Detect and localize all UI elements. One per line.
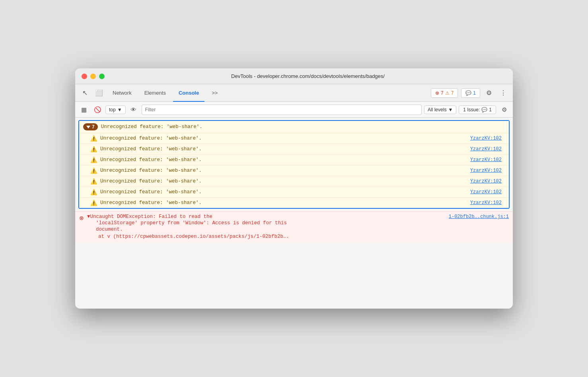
group-count-badge: 7 [83,123,98,130]
source-link[interactable]: YzarzKV:102 [470,146,502,152]
warn-icon: ⚠️ [90,200,97,206]
eye-icon: 👁 [130,106,136,113]
warning-row-left: ⚠️ Unrecognized feature: 'web-share'. [90,157,202,163]
group-count: 7 [92,124,95,130]
warn-icon: ⚠️ [90,157,97,163]
traffic-lights [82,74,105,79]
console-sidebar-button[interactable]: ▦ [78,104,90,115]
console-gear-icon: ⚙ [502,106,507,113]
warning-row-left: ⚠️ Unrecognized feature: 'web-share'. [90,167,202,174]
eye-button[interactable]: 👁 [128,104,139,115]
error-stack-text: at v (https://cpwebassets.codepen.io/ass… [98,234,289,239]
levels-selector[interactable]: All levels ▼ [424,105,456,114]
warning-row-left: ⚠️ Unrecognized feature: 'web-share'. [90,146,202,152]
error-header-text: ▼Uncaught DOMException: Failed to read t… [87,214,449,220]
collapse-triangle [86,126,90,128]
console-settings-button[interactable]: ⚙ [498,104,510,115]
context-label: top [109,107,116,113]
inspect-icon: ⬜ [95,89,103,97]
warning-row-left: ⚠️ Unrecognized feature: 'web-share'. [90,178,202,185]
warning-group: 7 Unrecognized feature: 'web-share'. ⚠️ … [78,120,510,209]
warn-icon: ⚠️ [90,189,97,195]
source-link[interactable]: YzarzKV:102 [470,157,502,163]
error-header: ⊗ ▼Uncaught DOMException: Failed to read… [79,214,509,239]
levels-dropdown-icon: ▼ [448,107,453,113]
warn-icon: ⚠️ [90,135,97,142]
warning-icon: ⚠ [445,90,450,96]
tab-console[interactable]: Console [173,84,204,102]
warning-row: ⚠️ Unrecognized feature: 'web-share'. Yz… [79,155,509,165]
error-section: ⊗ ▼Uncaught DOMException: Failed to read… [75,211,513,243]
warning-text: Unrecognized feature: 'web-share'. [100,179,202,184]
warning-text: Unrecognized feature: 'web-share'. [100,168,202,173]
sidebar-icon: ▦ [81,106,87,113]
source-link[interactable]: YzarzKV:102 [470,179,502,184]
source-link[interactable]: YzarzKV:102 [470,136,502,141]
issue-count: 1 [489,107,492,113]
gear-icon: ⚙ [486,89,492,97]
warning-row: ⚠️ Unrecognized feature: 'web-share'. Yz… [79,187,509,198]
console-content: 7 Unrecognized feature: 'web-share'. ⚠️ … [75,118,513,309]
message-count: 1 [473,90,476,96]
dropdown-icon: ▼ [117,107,122,113]
warning-row: ⚠️ Unrecognized feature: 'web-share'. Yz… [79,176,509,187]
error-icon: ⊗ [435,90,439,96]
error-detail-line3: document. [87,227,509,232]
error-stack: at v (https://cpwebassets.codepen.io/ass… [87,234,509,239]
error-badge[interactable]: ⊗ 7 ⚠ 7 [431,88,458,98]
warning-row: ⚠️ Unrecognized feature: 'web-share'. Yz… [79,144,509,155]
devtools-window: DevTools - developer.chrome.com/docs/dev… [75,68,513,309]
message-badge[interactable]: 💬 1 [461,88,480,98]
cursor-tool-button[interactable]: ↖ [78,87,91,99]
warning-text: Unrecognized feature: 'web-share'. [100,136,202,141]
clear-icon: 🚫 [94,106,101,113]
issue-badge[interactable]: 1 Issue: 💬 1 [459,105,496,114]
error-circle-icon: ⊗ [79,215,84,221]
source-link[interactable]: YzarzKV:102 [470,200,502,206]
group-header-text: Unrecognized feature: 'web-share'. [101,124,202,130]
error-count: 7 [441,90,444,96]
source-link[interactable]: YzarzKV:102 [470,189,502,195]
warning-row: ⚠️ Unrecognized feature: 'web-share'. Yz… [79,133,509,144]
close-button[interactable] [82,74,87,79]
devtools-more-button[interactable]: ⋮ [497,87,510,99]
devtools-toolbar: ↖ ⬜ Network Elements Console >> ⊗ 7 ⚠ 7 … [75,84,513,102]
tab-more[interactable]: >> [206,84,223,102]
filter-input[interactable] [142,105,422,115]
message-icon: 💬 [465,90,471,96]
warn-icon: ⚠️ [90,146,97,152]
warning-text: Unrecognized feature: 'web-share'. [100,157,202,163]
devtools-settings-button[interactable]: ⚙ [483,87,495,99]
issue-msg-icon: 💬 [481,107,487,113]
inspect-element-button[interactable]: ⬜ [93,87,105,99]
tab-network[interactable]: Network [107,84,137,102]
maximize-button[interactable] [99,74,105,79]
issue-label: 1 Issue: [463,107,480,113]
tab-elements[interactable]: Elements [139,84,171,102]
warning-count: 7 [451,90,454,96]
warning-text: Unrecognized feature: 'web-share'. [100,146,202,152]
warning-row-left: ⚠️ Unrecognized feature: 'web-share'. [90,189,202,195]
source-link[interactable]: YzarzKV:102 [470,168,502,173]
warn-icon: ⚠️ [90,178,97,185]
warning-row: ⚠️ Unrecognized feature: 'web-share'. Yz… [79,198,509,208]
title-bar: DevTools - developer.chrome.com/docs/dev… [75,68,513,84]
warning-text: Unrecognized feature: 'web-share'. [100,189,202,195]
warning-group-header: 7 Unrecognized feature: 'web-share'. [79,121,509,133]
warning-row-left: ⚠️ Unrecognized feature: 'web-share'. [90,200,202,206]
warning-text: Unrecognized feature: 'web-share'. [100,200,202,206]
levels-label: All levels [428,107,446,113]
minimize-button[interactable] [90,74,96,79]
more-icon: ⋮ [500,89,506,97]
error-source-link[interactable]: 1-02bfb2b….chunk.js:1 [449,214,509,220]
clear-console-button[interactable]: 🚫 [92,104,103,115]
warning-row: ⚠️ Unrecognized feature: 'web-share'. Yz… [79,165,509,176]
cursor-icon: ↖ [82,89,88,97]
console-toolbar: ▦ 🚫 top ▼ 👁 All levels ▼ 1 Issue: 💬 1 ⚙ [75,102,513,118]
error-detail-line2: 'localStorage' property from 'Window': A… [87,220,509,226]
context-selector[interactable]: top ▼ [105,105,126,114]
warning-row-left: ⚠️ Unrecognized feature: 'web-share'. [90,135,202,142]
window-title: DevTools - developer.chrome.com/docs/dev… [109,73,506,79]
warn-icon: ⚠️ [90,167,97,174]
